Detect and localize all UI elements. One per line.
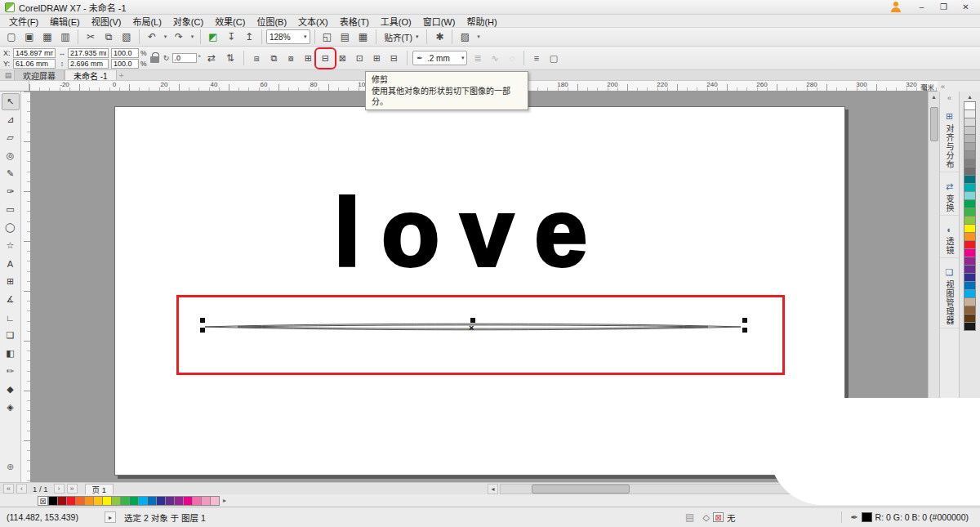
show-grid-button[interactable]: ▦ [355,29,372,45]
menu-item-object[interactable]: 对象(C) [167,14,209,29]
export-button[interactable]: ↥ [241,29,257,45]
selection-handle[interactable] [200,318,205,323]
undo-button[interactable]: ↶ [144,29,160,45]
paste-button[interactable]: ▧ [118,29,135,45]
welcome-screen-button[interactable]: ◩ [205,29,221,45]
text-tool[interactable]: A [2,255,20,272]
chevron-down-icon[interactable]: ▾ [474,29,482,45]
intersect-button[interactable]: ⊠ [335,51,350,66]
minimize-button[interactable]: – [911,1,933,14]
zoom-tool[interactable]: ◎ [2,147,20,164]
menu-item-window[interactable]: 窗口(W) [417,14,461,29]
x-position-input[interactable] [13,48,56,58]
front-minus-back-button[interactable]: ⊞ [369,51,385,66]
palette-scroll-right-button[interactable]: ▸ [220,496,229,506]
application-launcher-button[interactable]: ▨ [457,29,473,45]
menu-item-edit[interactable]: 编辑(E) [44,14,86,29]
selection-handle[interactable] [742,318,747,323]
show-rulers-button[interactable]: ▤ [337,29,354,45]
menu-item-tools[interactable]: 工具(O) [375,14,417,29]
mirror-horizontal-button[interactable]: ⇄ [203,51,220,66]
last-page-button[interactable]: » [67,484,78,494]
chevron-down-icon[interactable]: ▾ [189,29,196,45]
menu-item-view[interactable]: 视图(V) [86,14,127,29]
snap-to-menu-button[interactable]: 贴齐(T)▾ [381,29,423,44]
docker-tab-transform[interactable]: ⇄变换 [940,179,959,216]
options-button[interactable]: ✱ [431,29,448,45]
import-button[interactable]: ↧ [223,29,239,45]
save-button[interactable]: ▦ [39,29,56,45]
print-button[interactable]: ▥ [57,29,74,45]
new-tab-button[interactable]: + [117,70,127,80]
page[interactable]: love × [114,106,845,476]
docker-tab-align-distribute[interactable]: ⊞对齐与分布 [940,109,959,172]
text-object-love[interactable]: love [334,185,608,280]
simplify-button[interactable]: ⊡ [352,51,368,66]
interactive-fill-tool[interactable]: ◆ [2,381,20,398]
freehand-tool[interactable]: ✎ [2,165,20,182]
create-boundary-button[interactable]: ▢ [546,51,561,66]
selection-handle[interactable] [742,328,747,333]
copy-button[interactable]: ⧉ [100,29,117,45]
ellipse-tool[interactable]: ◯ [2,219,20,236]
rotation-angle-input[interactable] [172,53,197,63]
document-tab-1[interactable]: 未命名 -1 [65,69,117,80]
full-screen-preview-button[interactable]: ◱ [319,29,336,45]
ungroup-all-button[interactable]: ⧇ [283,51,299,66]
color-swatch[interactable] [964,322,976,331]
zoom-level-combo[interactable]: 128%▾ [266,29,310,44]
vertical-ruler[interactable] [21,92,31,482]
menu-item-text[interactable]: 文本(X) [292,14,334,29]
connector-tool[interactable]: ∟ [2,309,20,326]
y-position-input[interactable] [13,59,56,69]
account-person-icon[interactable] [889,2,902,13]
scroll-up-button[interactable]: ▴ [929,92,939,102]
next-page-button[interactable]: › [54,484,65,494]
weld-button[interactable]: ⊞ [301,51,316,66]
shape-tool[interactable]: ⊿ [2,111,20,128]
selection-handle[interactable] [200,328,205,333]
lock-ratio-button[interactable] [149,49,160,67]
object-height-input[interactable] [68,59,109,69]
mirror-vertical-button[interactable]: ⇅ [222,51,238,66]
color-eyedropper-tool[interactable]: ✏ [2,363,20,380]
ruler-origin[interactable] [0,81,29,92]
previous-page-button[interactable]: ‹ [16,484,27,494]
menu-item-file[interactable]: 文件(F) [3,14,44,29]
docker-tab-lens[interactable]: ◐透镜 [940,222,959,258]
outline-width-combo[interactable]: ✒ .2 mm ▾ [412,51,468,65]
no-color-swatch[interactable]: ⊠ [38,496,48,506]
scale-horizontal-input[interactable] [111,48,139,58]
smart-fill-tool[interactable]: ◈ [2,399,20,416]
menu-item-layout[interactable]: 布局(L) [127,14,167,29]
maximize-button[interactable]: ❐ [933,1,955,14]
document-navigator-icon[interactable]: ▸ [105,511,116,523]
docker-tab-view-manager[interactable]: ❏视图管理器 [940,265,959,328]
transparency-tool[interactable]: ◧ [2,345,20,362]
scroll-left-button[interactable]: ◂ [488,484,498,494]
close-button[interactable]: ✕ [955,1,977,14]
selection-center-mark[interactable]: × [469,324,474,331]
scale-vertical-input[interactable] [111,59,139,69]
trim-button[interactable]: ⊟ [318,51,333,66]
rectangle-tool[interactable]: ▭ [2,201,20,218]
chevron-down-icon[interactable]: ▾ [461,55,465,61]
menu-item-table[interactable]: 表格(T) [334,14,375,29]
polygon-tool[interactable]: ☆ [2,237,20,254]
page-tab[interactable]: 页 1 [85,484,114,494]
back-minus-front-button[interactable]: ⊟ [386,51,402,66]
document-tab-0[interactable]: 欢迎屏幕 [14,69,65,80]
ungroup-button[interactable]: ⧉ [266,51,282,66]
crop-tool[interactable]: ▱ [2,129,20,146]
color-swatch[interactable] [210,496,220,506]
object-width-input[interactable] [68,48,109,58]
first-page-button[interactable]: « [3,484,14,494]
chevron-down-icon[interactable]: ▾ [162,29,169,45]
drop-shadow-tool[interactable]: ❏ [2,327,20,344]
collapse-dockers-icon[interactable]: « [941,83,945,91]
redo-button[interactable]: ↷ [171,29,187,45]
horizontal-scroll-thumb[interactable] [532,485,630,494]
table-tool[interactable]: ⊞ [2,273,20,290]
wrap-paragraph-text-button[interactable]: ≣ [470,51,485,66]
pick-tool[interactable]: ↖ [2,93,20,110]
